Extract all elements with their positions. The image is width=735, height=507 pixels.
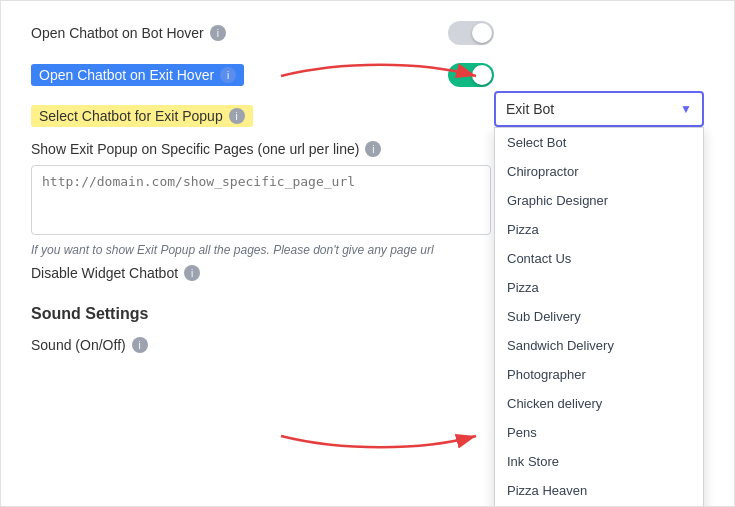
sound-label: Sound (On/Off) i [31, 337, 148, 353]
chevron-down-icon: ▼ [680, 102, 692, 116]
dropdown-item[interactable]: Pens [495, 418, 703, 447]
dropdown-item[interactable]: Pizza Heaven [495, 476, 703, 505]
exit-bot-dropdown-trigger[interactable]: Exit Bot ▼ [494, 91, 704, 127]
dropdown-item[interactable]: Ink Store [495, 447, 703, 476]
exit-hover-info-icon[interactable]: i [220, 67, 236, 83]
exit-popup-text: Select Chatbot for Exit Popup [39, 108, 223, 124]
sound-info-icon[interactable]: i [132, 337, 148, 353]
dropdown-item[interactable]: Sub Delivery [495, 302, 703, 331]
sound-label-text: Sound (On/Off) [31, 337, 126, 353]
exit-bot-dropdown-container: Exit Bot ▼ Select BotChiropractorGraphic… [494, 91, 704, 507]
dropdown-item[interactable]: Sandwich Delivery [495, 331, 703, 360]
bot-hover-info-icon[interactable]: i [210, 25, 226, 41]
exit-hover-label: Open Chatbot on Exit Hover i [31, 64, 244, 86]
dropdown-list: Select BotChiropractorGraphic DesignerPi… [494, 127, 704, 507]
dropdown-item[interactable]: Chiropractor [495, 157, 703, 186]
exit-hover-row: Open Chatbot on Exit Hover i [31, 63, 704, 87]
disable-widget-info-icon[interactable]: i [184, 265, 200, 281]
disable-widget-label: Disable Widget Chatbot i [31, 265, 200, 281]
bot-hover-label: Open Chatbot on Bot Hover i [31, 25, 226, 41]
exit-hover-text: Open Chatbot on Exit Hover [39, 67, 214, 83]
exit-popup-label: Select Chatbot for Exit Popup i [31, 105, 253, 127]
dropdown-item[interactable]: Contact Us [495, 244, 703, 273]
red-arrow-2 [261, 416, 501, 456]
dropdown-item[interactable]: Graphic Designer [495, 186, 703, 215]
dropdown-item[interactable]: Pizza [495, 215, 703, 244]
dropdown-item[interactable]: Photographer [495, 360, 703, 389]
exit-hover-toggle[interactable] [448, 63, 494, 87]
bot-hover-text: Open Chatbot on Bot Hover [31, 25, 204, 41]
dropdown-item[interactable]: Chicken delivery [495, 389, 703, 418]
bot-hover-row: Open Chatbot on Bot Hover i [31, 21, 704, 45]
exit-popup-info-icon[interactable]: i [229, 108, 245, 124]
url-label-text: Show Exit Popup on Specific Pages (one u… [31, 141, 359, 157]
bot-hover-toggle[interactable] [448, 21, 494, 45]
dropdown-current-value: Exit Bot [506, 101, 554, 117]
dropdown-item[interactable]: Pizza [495, 273, 703, 302]
dropdown-item[interactable]: Select Bot [495, 128, 703, 157]
url-input[interactable] [31, 165, 491, 235]
url-info-icon[interactable]: i [365, 141, 381, 157]
disable-widget-text: Disable Widget Chatbot [31, 265, 178, 281]
